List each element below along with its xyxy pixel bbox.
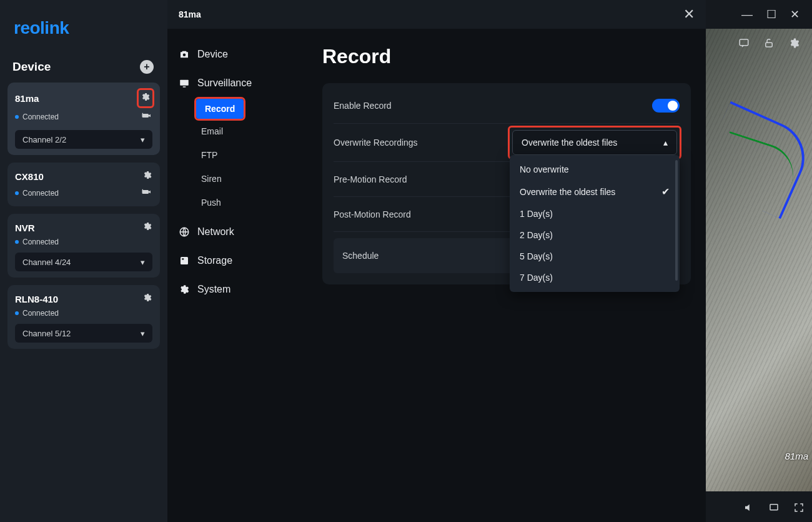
device-name: CX810 xyxy=(15,171,44,182)
nav-network[interactable]: Network xyxy=(167,218,317,246)
brand-logo-text: reolink xyxy=(14,18,69,38)
device-status: Connected xyxy=(15,238,59,246)
lock-open-icon[interactable] xyxy=(763,38,775,51)
status-dot-icon xyxy=(15,115,19,119)
device-status: Connected xyxy=(15,189,59,198)
page-title: Record xyxy=(322,45,691,68)
dropdown-option-oldest[interactable]: Overwrite the oldest files✔ xyxy=(510,180,680,203)
nav-storage[interactable]: Storage xyxy=(167,246,317,275)
chevron-down-icon: ▾ xyxy=(141,329,145,338)
chat-icon[interactable] xyxy=(738,38,750,51)
row-enable-record: Enable Record xyxy=(334,88,680,123)
device-gear-icon[interactable] xyxy=(142,293,152,305)
dropdown-option-7day[interactable]: 7 Day(s) xyxy=(510,267,680,288)
svg-rect-6 xyxy=(770,504,778,510)
volume-icon[interactable] xyxy=(743,502,755,516)
nav-email[interactable]: Email xyxy=(167,120,312,143)
settings-panel: 81ma ✕ Device Surveillance Record Email … xyxy=(167,0,706,522)
top-toolbar xyxy=(738,38,800,51)
nav-device[interactable]: Device xyxy=(167,40,317,69)
device-status: Connected xyxy=(15,113,59,121)
storage-icon xyxy=(179,255,190,266)
svg-point-7 xyxy=(183,54,186,57)
device-sidebar: reolink Device + 81ma Connected Channel … xyxy=(0,0,167,522)
device-gear-icon[interactable] xyxy=(142,221,152,234)
nav-record[interactable]: Record xyxy=(196,99,244,119)
settings-gear-icon[interactable] xyxy=(788,38,800,51)
settings-header: 81ma ✕ xyxy=(167,0,706,29)
nav-system[interactable]: System xyxy=(167,275,317,304)
camera-feed-label: 81ma xyxy=(785,451,808,461)
device-list-header: Device + xyxy=(7,56,160,83)
device-name: RLN8-410 xyxy=(15,294,58,304)
device-gear-icon[interactable] xyxy=(139,90,152,106)
settings-content: Record Enable Record Overwrite Recording… xyxy=(317,29,706,522)
channel-selector[interactable]: Channel 5/12 ▾ xyxy=(15,324,152,343)
dropdown-option-5day[interactable]: 5 Day(s) xyxy=(510,246,680,267)
dropdown-option-no-overwrite[interactable]: No overwrite xyxy=(510,159,680,180)
svg-rect-1 xyxy=(766,43,773,47)
device-card-rln8410[interactable]: RLN8-410 Connected Channel 5/12 ▾ xyxy=(7,285,160,349)
close-window-icon[interactable]: ✕ xyxy=(790,8,800,21)
overwrite-dropdown-list: No overwrite Overwrite the oldest files✔… xyxy=(510,155,680,292)
maximize-icon[interactable]: ☐ xyxy=(766,8,776,21)
device-name: NVR xyxy=(15,223,35,233)
brand-logo: reolink xyxy=(7,0,160,56)
camera-device-icon xyxy=(179,49,190,60)
close-settings-icon[interactable]: ✕ xyxy=(683,6,695,23)
globe-icon xyxy=(179,226,190,238)
monitor-icon xyxy=(179,78,190,89)
camera-icon[interactable] xyxy=(141,110,152,124)
channel-selector[interactable]: Channel 4/24 ▾ xyxy=(15,253,152,271)
status-dot-icon xyxy=(15,311,19,315)
row-overwrite: Overwrite Recordings Overwrite the oldes… xyxy=(334,123,680,162)
surveillance-subnav: Record Email FTP Siren Push xyxy=(167,99,317,214)
overwrite-dropdown-button[interactable]: Overwrite the oldest files ▴ xyxy=(512,130,677,155)
camera-view-controls xyxy=(743,502,805,516)
svg-rect-12 xyxy=(182,258,184,259)
channel-selector[interactable]: Channel 2/2 ▾ xyxy=(15,130,152,149)
settings-device-title: 81ma xyxy=(179,9,201,19)
device-card-cx810[interactable]: CX810 Connected xyxy=(7,163,160,206)
overwrite-dropdown: Overwrite the oldest files ▴ No overwrit… xyxy=(510,128,680,158)
nav-push[interactable]: Push xyxy=(167,191,312,214)
fullscreen-icon[interactable] xyxy=(793,502,805,516)
camera-live-view[interactable]: 81ma xyxy=(706,29,812,491)
dropdown-scrollbar[interactable] xyxy=(675,160,678,281)
nav-surveillance[interactable]: Surveillance xyxy=(167,69,317,98)
enable-record-toggle[interactable] xyxy=(652,99,680,113)
camera-icon[interactable] xyxy=(141,186,152,200)
add-device-button[interactable]: + xyxy=(140,60,154,74)
device-name: 81ma xyxy=(15,93,39,104)
svg-rect-11 xyxy=(181,257,188,264)
device-card-nvr[interactable]: NVR Connected Channel 4/24 ▾ xyxy=(7,214,160,278)
chevron-up-icon: ▴ xyxy=(663,138,668,148)
svg-rect-9 xyxy=(183,86,186,88)
nav-ftp[interactable]: FTP xyxy=(167,144,312,166)
chevron-down-icon: ▾ xyxy=(141,135,145,144)
device-status: Connected xyxy=(15,309,59,318)
check-icon: ✔ xyxy=(661,186,670,198)
device-card-81ma[interactable]: 81ma Connected Channel 2/2 ▾ xyxy=(7,83,160,155)
chevron-down-icon: ▾ xyxy=(141,258,145,267)
device-gear-icon[interactable] xyxy=(142,170,152,183)
settings-nav: Device Surveillance Record Email FTP Sir… xyxy=(167,29,317,522)
svg-rect-8 xyxy=(180,80,189,86)
dropdown-option-1day[interactable]: 1 Day(s) xyxy=(510,203,680,224)
status-dot-icon xyxy=(15,240,19,244)
svg-rect-0 xyxy=(740,39,748,46)
gear-icon xyxy=(179,284,190,295)
dropdown-option-2day[interactable]: 2 Day(s) xyxy=(510,224,680,246)
nav-siren[interactable]: Siren xyxy=(167,168,312,190)
minimize-icon[interactable]: — xyxy=(741,8,753,21)
device-header-title: Device xyxy=(12,60,51,74)
record-settings-box: Enable Record Overwrite Recordings Overw… xyxy=(322,83,691,284)
window-controls: — ☐ ✕ xyxy=(741,8,800,21)
status-dot-icon xyxy=(15,191,19,195)
view-mode-icon[interactable] xyxy=(768,502,780,516)
